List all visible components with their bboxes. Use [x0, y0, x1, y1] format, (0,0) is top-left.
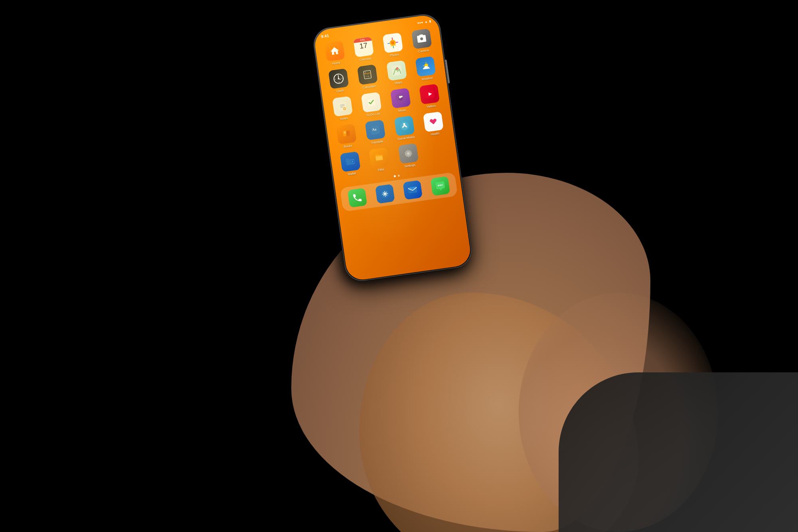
app-notes[interactable]: Notes	[328, 95, 357, 122]
videos-label: Videos	[427, 104, 436, 109]
calendar-date: 17	[359, 41, 368, 51]
sleeve	[559, 372, 798, 532]
app-photos[interactable]: Photos	[379, 32, 408, 59]
app-empty	[423, 138, 452, 165]
app-books[interactable]: Books	[332, 123, 361, 150]
videos-icon[interactable]	[419, 84, 440, 105]
app-weather[interactable]: Weather	[411, 55, 440, 82]
app-todo[interactable]: To-Do List	[357, 91, 386, 118]
notes-label: Notes	[340, 116, 348, 121]
svg-line-41	[344, 132, 346, 133]
svg-line-32	[344, 108, 345, 109]
calculator-icon[interactable]: 0 ÷ × − 7 8 +	[357, 64, 378, 85]
music-icon[interactable]	[390, 88, 411, 109]
app-wallet[interactable]: Wallet	[336, 151, 365, 178]
svg-point-9	[342, 78, 342, 79]
translate-icon[interactable]: Aa	[365, 120, 386, 140]
app-videos[interactable]: Videos	[415, 83, 444, 110]
calculator-label: Calculator	[362, 84, 376, 89]
battery-icon: ▮	[429, 20, 431, 23]
social-icon[interactable]	[394, 115, 415, 136]
translate-label: Translate	[371, 139, 383, 144]
app-grid: Home CAL 17 Calendar	[314, 25, 458, 180]
app-camera[interactable]: Camera	[407, 28, 437, 55]
svg-text:7: 7	[365, 75, 367, 77]
svg-line-42	[344, 133, 346, 133]
home-label: Home	[332, 61, 340, 65]
app-home[interactable]: Home	[320, 40, 350, 67]
settings-icon[interactable]	[398, 143, 419, 164]
dock-phone-icon[interactable]	[348, 188, 367, 208]
status-time: 9:41	[321, 34, 329, 39]
svg-line-5	[338, 79, 340, 80]
maps-icon[interactable]	[386, 60, 407, 81]
health-icon[interactable]	[423, 111, 444, 132]
svg-text:8: 8	[367, 75, 369, 77]
app-clock[interactable]: Clock	[324, 68, 354, 95]
app-translate[interactable]: Aa Translate	[361, 119, 390, 146]
camera-label: Camera	[418, 48, 429, 53]
clock-icon[interactable]	[328, 68, 349, 89]
dock	[340, 172, 458, 212]
app-calculator[interactable]: 0 ÷ × − 7 8 + Calculator	[354, 64, 383, 91]
wallet-icon[interactable]	[340, 151, 361, 172]
app-files[interactable]: Files	[365, 147, 394, 174]
svg-point-8	[335, 79, 336, 79]
dock-utility[interactable]	[371, 184, 399, 204]
dock-mail[interactable]	[399, 180, 427, 200]
todo-icon[interactable]	[361, 92, 382, 113]
clock-label: Clock	[336, 89, 344, 93]
svg-rect-43	[346, 131, 350, 136]
calendar-icon[interactable]: CAL 17	[353, 37, 374, 57]
svg-line-4	[338, 76, 338, 79]
health-label: Health	[431, 131, 440, 136]
app-calendar[interactable]: CAL 17 Calendar	[350, 36, 379, 63]
signal-icon: ●●●	[417, 20, 423, 25]
music-label: Music	[398, 108, 407, 113]
files-icon[interactable]	[369, 147, 389, 168]
maps-label: Maps	[394, 80, 402, 85]
dock-utility-icon[interactable]	[375, 184, 395, 204]
settings-label: Settings	[404, 163, 415, 168]
app-health[interactable]: Health	[419, 111, 448, 138]
dock-phone[interactable]	[344, 187, 371, 208]
svg-text:Aa: Aa	[372, 127, 377, 131]
status-icons: ●●● ▲ ▮	[417, 20, 431, 25]
files-label: Files	[377, 168, 384, 172]
wallet-label: Wallet	[348, 171, 356, 176]
dock-messages[interactable]	[427, 176, 454, 196]
calendar-label: Calendar	[359, 56, 371, 61]
wifi-icon: ▲	[424, 20, 428, 24]
todo-label: To-Do List	[366, 112, 380, 117]
camera-icon[interactable]	[411, 28, 432, 49]
svg-text:0: 0	[365, 71, 367, 73]
app-maps[interactable]: Maps	[382, 59, 411, 86]
social-label: Social Media	[397, 135, 415, 141]
dock-messages-icon[interactable]	[431, 176, 450, 196]
page-dot-2	[397, 174, 400, 177]
photos-icon[interactable]	[382, 32, 403, 53]
weather-icon[interactable]	[415, 56, 436, 77]
app-music[interactable]: Music	[386, 87, 415, 114]
books-icon[interactable]	[336, 124, 357, 144]
home-icon[interactable]	[324, 41, 345, 61]
svg-point-6	[338, 75, 338, 75]
app-social[interactable]: Social Media	[390, 115, 419, 142]
weather-label: Weather	[421, 76, 433, 81]
books-label: Books	[344, 144, 352, 148]
page-dot-1	[393, 175, 396, 178]
svg-point-7	[339, 82, 340, 83]
photos-label: Photos	[389, 53, 399, 57]
notes-icon[interactable]	[332, 96, 353, 117]
app-settings[interactable]: Settings	[394, 142, 423, 169]
dock-mail-icon[interactable]	[403, 180, 423, 200]
